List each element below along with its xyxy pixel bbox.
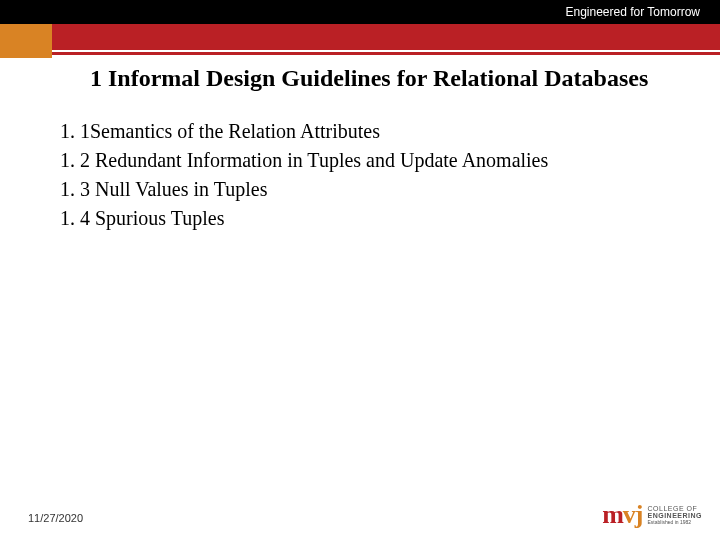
tagline: Engineered for Tomorrow bbox=[565, 5, 700, 19]
logo: mvj COLLEGE OF ENGINEERING Established i… bbox=[602, 500, 702, 530]
list-item: 1. 3 Null Values in Tuples bbox=[60, 176, 720, 203]
header-red-line bbox=[0, 52, 720, 55]
footer-date: 11/27/2020 bbox=[28, 512, 83, 524]
header-black-bar: Engineered for Tomorrow bbox=[0, 0, 720, 24]
logo-text: COLLEGE OF ENGINEERING Established in 19… bbox=[647, 505, 702, 525]
slide-title: 1 Informal Design Guidelines for Relatio… bbox=[90, 65, 720, 92]
list-item: 1. 1Semantics of the Relation Attributes bbox=[60, 118, 720, 145]
accent-block bbox=[0, 24, 52, 58]
list-item: 1. 4 Spurious Tuples bbox=[60, 205, 720, 232]
logo-icon: mvj bbox=[602, 500, 642, 530]
content-list: 1. 1Semantics of the Relation Attributes… bbox=[60, 118, 720, 232]
list-item: 1. 2 Redundant Information in Tuples and… bbox=[60, 147, 720, 174]
header-red-bar bbox=[0, 24, 720, 50]
